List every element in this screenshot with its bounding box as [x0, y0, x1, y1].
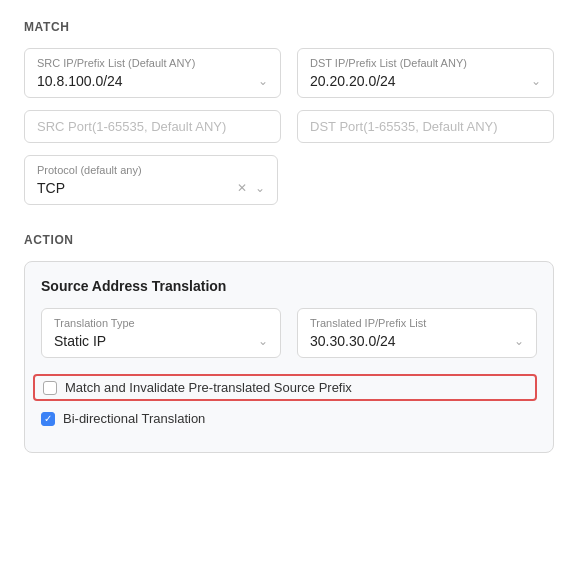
action-card: Source Address Translation Translation T… — [24, 261, 554, 453]
dst-port-placeholder: DST Port(1-65535, Default ANY) — [310, 119, 498, 134]
translated-ip-label: Translated IP/Prefix List — [310, 317, 524, 329]
protocol-clear-icon[interactable]: ✕ — [237, 181, 247, 195]
checkbox1-label: Match and Invalidate Pre-translated Sour… — [65, 380, 352, 395]
match-section: MATCH SRC IP/Prefix List (Default ANY) 1… — [24, 20, 554, 205]
dst-port-value: DST Port(1-65535, Default ANY) — [310, 119, 541, 134]
src-ip-value: 10.8.100.0/24 ⌄ — [37, 73, 268, 89]
port-row: SRC Port(1-65535, Default ANY) DST Port(… — [24, 110, 554, 143]
translated-ip-value: 30.30.30.0/24 ⌄ — [310, 333, 524, 349]
protocol-row: Protocol (default any) TCP ✕ ⌄ — [24, 155, 554, 205]
protocol-field[interactable]: Protocol (default any) TCP ✕ ⌄ — [24, 155, 278, 205]
checkbox2-row[interactable]: Bi-directional Translation — [41, 411, 537, 426]
protocol-label: Protocol (default any) — [37, 164, 265, 176]
protocol-value: TCP ✕ ⌄ — [37, 180, 265, 196]
translation-type-value: Static IP ⌄ — [54, 333, 268, 349]
translation-type-chevron-icon: ⌄ — [258, 334, 268, 348]
match-title: MATCH — [24, 20, 554, 34]
checkbox1-row[interactable]: Match and Invalidate Pre-translated Sour… — [33, 374, 537, 401]
src-port-field[interactable]: SRC Port(1-65535, Default ANY) — [24, 110, 281, 143]
action-section: ACTION Source Address Translation Transl… — [24, 233, 554, 453]
src-ip-label: SRC IP/Prefix List (Default ANY) — [37, 57, 268, 69]
src-ip-chevron-icon: ⌄ — [258, 74, 268, 88]
ip-row: SRC IP/Prefix List (Default ANY) 10.8.10… — [24, 48, 554, 98]
translation-type-field[interactable]: Translation Type Static IP ⌄ — [41, 308, 281, 358]
src-port-placeholder: SRC Port(1-65535, Default ANY) — [37, 119, 226, 134]
dst-ip-label: DST IP/Prefix List (Default ANY) — [310, 57, 541, 69]
dst-port-field[interactable]: DST Port(1-65535, Default ANY) — [297, 110, 554, 143]
translation-type-label: Translation Type — [54, 317, 268, 329]
translation-row: Translation Type Static IP ⌄ Translated … — [41, 308, 537, 358]
dst-ip-field[interactable]: DST IP/Prefix List (Default ANY) 20.20.2… — [297, 48, 554, 98]
card-title: Source Address Translation — [41, 278, 537, 294]
checkbox1[interactable] — [43, 381, 57, 395]
dst-ip-value: 20.20.20.0/24 ⌄ — [310, 73, 541, 89]
dst-ip-chevron-icon: ⌄ — [531, 74, 541, 88]
src-ip-field[interactable]: SRC IP/Prefix List (Default ANY) 10.8.10… — [24, 48, 281, 98]
action-title: ACTION — [24, 233, 554, 247]
checkbox2-label: Bi-directional Translation — [63, 411, 205, 426]
protocol-chevron-icon: ⌄ — [255, 181, 265, 195]
src-port-value: SRC Port(1-65535, Default ANY) — [37, 119, 268, 134]
translated-ip-chevron-icon: ⌄ — [514, 334, 524, 348]
translated-ip-field[interactable]: Translated IP/Prefix List 30.30.30.0/24 … — [297, 308, 537, 358]
checkbox2[interactable] — [41, 412, 55, 426]
